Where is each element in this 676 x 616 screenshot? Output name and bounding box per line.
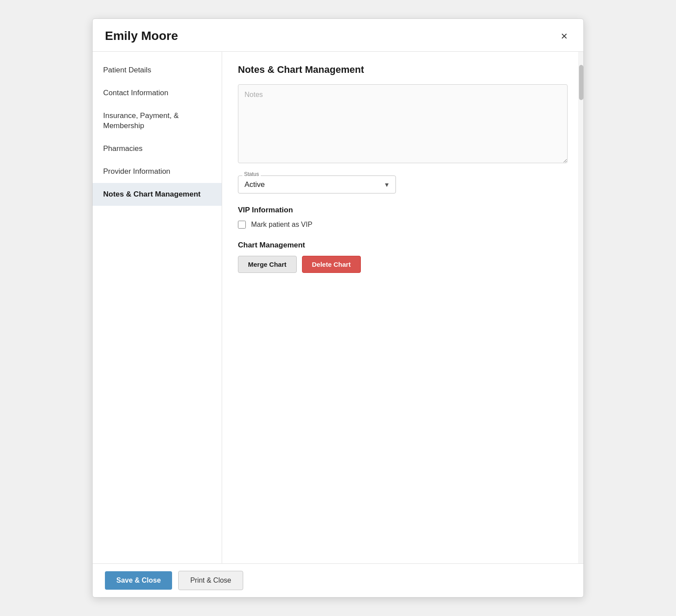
print-close-button[interactable]: Print & Close [178, 571, 243, 590]
sidebar-item-pharmacies[interactable]: Pharmacies [93, 137, 222, 160]
sidebar-item-contact-information[interactable]: Contact Information [93, 82, 222, 104]
sidebar-item-provider-information[interactable]: Provider Information [93, 160, 222, 183]
vip-title: VIP Information [238, 206, 568, 215]
vip-checkbox[interactable] [238, 221, 246, 229]
sidebar-item-patient-details[interactable]: Patient Details [93, 59, 222, 82]
vip-section: VIP Information Mark patient as VIP [238, 206, 568, 229]
modal-body: Patient Details Contact Information Insu… [93, 52, 583, 563]
vip-checkbox-label: Mark patient as VIP [251, 221, 313, 229]
section-title: Notes & Chart Management [238, 64, 568, 75]
sidebar-item-notes-chart-management[interactable]: Notes & Chart Management [93, 183, 222, 206]
status-group: Status Active Inactive Deceased ▼ [238, 175, 396, 193]
status-select[interactable]: Active Inactive Deceased [238, 175, 396, 193]
merge-chart-button[interactable]: Merge Chart [238, 256, 297, 273]
chart-buttons: Merge Chart Delete Chart [238, 256, 568, 273]
scrollbar-track [578, 52, 583, 563]
sidebar: Patient Details Contact Information Insu… [93, 52, 222, 563]
vip-checkbox-row: Mark patient as VIP [238, 221, 568, 229]
modal-header: Emily Moore × [93, 19, 583, 52]
status-label: Status [242, 171, 261, 177]
modal-title: Emily Moore [105, 29, 178, 43]
patient-modal: Emily Moore × Patient Details Contact In… [92, 18, 584, 598]
content-area: Notes & Chart Management Status Active I… [222, 52, 583, 563]
modal-footer: Save & Close Print & Close [93, 563, 583, 597]
chart-section: Chart Management Merge Chart Delete Char… [238, 241, 568, 273]
delete-chart-button[interactable]: Delete Chart [302, 256, 361, 273]
save-close-button[interactable]: Save & Close [105, 571, 172, 590]
sidebar-item-insurance-payment-membership[interactable]: Insurance, Payment, & Membership [93, 104, 222, 138]
chart-management-title: Chart Management [238, 241, 568, 250]
close-button[interactable]: × [557, 29, 571, 43]
scrollbar-thumb[interactable] [579, 65, 583, 100]
notes-textarea[interactable] [238, 84, 568, 163]
